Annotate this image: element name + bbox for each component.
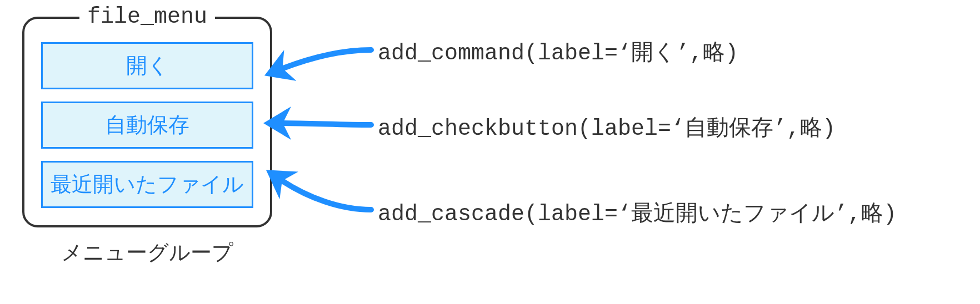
menu-group-box: file_menu 開く 自動保存 最近開いたファイル	[22, 17, 272, 227]
arrow-icon	[279, 179, 371, 210]
menu-item-autosave[interactable]: 自動保存	[41, 102, 253, 149]
menu-item-recent-files[interactable]: 最近開いたファイル	[41, 161, 253, 208]
arrow-icon	[279, 50, 371, 70]
arrow-icon	[279, 123, 371, 125]
menu-group-caption: メニューグループ	[22, 239, 272, 267]
annotation-add-cascade: add_cascade(label=‘最近開いたファイル’,略)	[378, 197, 897, 228]
annotation-add-command: add_command(label=‘開く’,略)	[378, 37, 738, 67]
menu-group-title: file_menu	[79, 4, 215, 29]
menu-item-open[interactable]: 開く	[41, 42, 253, 89]
annotation-add-checkbutton: add_checkbutton(label=‘自動保存’,略)	[378, 112, 836, 143]
